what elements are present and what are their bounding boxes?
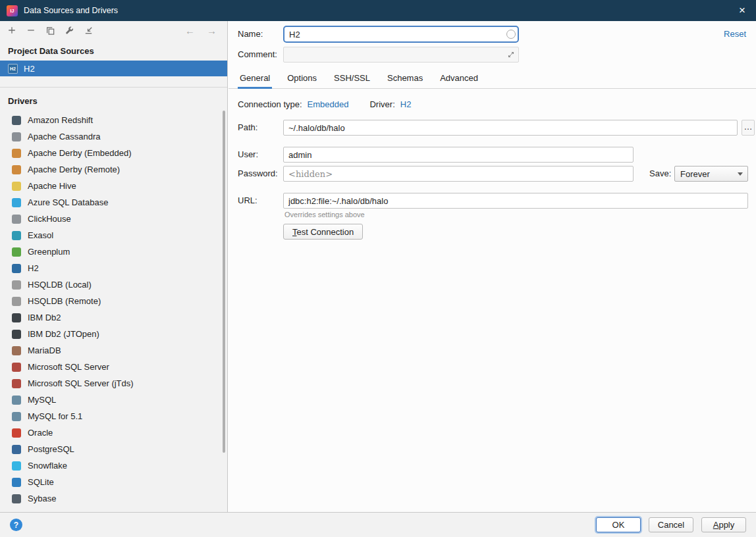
driver-item[interactable]: HSQLDB (Local) <box>0 276 227 293</box>
path-input[interactable] <box>283 120 738 136</box>
expand-icon[interactable] <box>507 51 515 61</box>
test-connection-button[interactable]: Test Connection <box>283 224 363 240</box>
title-bar: IJ Data Sources and Drivers × <box>0 0 756 21</box>
driver-properties-wrench-icon[interactable] <box>64 25 74 36</box>
driver-item[interactable]: Amazon Redshift <box>0 112 227 128</box>
driver-label: IBM Db2 <box>28 313 61 322</box>
chevron-down-icon <box>738 172 743 176</box>
driver-label: Oracle <box>28 428 53 438</box>
connection-type-value-link[interactable]: Embedded <box>308 99 349 109</box>
user-input[interactable] <box>283 147 634 163</box>
drivers-header: Drivers <box>0 88 227 112</box>
tab[interactable]: Advanced <box>431 68 487 88</box>
close-icon[interactable]: × <box>728 0 756 21</box>
driver-label: Apache Hive <box>28 181 76 191</box>
tab[interactable]: General <box>231 68 279 88</box>
driver-label: MySQL <box>28 395 56 405</box>
driver-item[interactable]: Azure SQL Database <box>0 194 227 211</box>
database-driver-icon <box>12 363 21 372</box>
driver-item[interactable]: H2 <box>0 260 227 276</box>
reset-link[interactable]: Reset <box>724 29 746 39</box>
user-label: User: <box>238 149 258 159</box>
project-data-sources-header: Project Data Sources <box>0 39 227 61</box>
driver-label: H2 <box>28 263 39 273</box>
driver-item[interactable]: Microsoft SQL Server <box>0 359 227 375</box>
spacer <box>354 99 364 109</box>
ok-button[interactable]: OK <box>596 517 641 532</box>
help-icon[interactable]: ? <box>10 519 22 531</box>
driver-item[interactable]: Sybase <box>0 490 227 507</box>
database-driver-icon <box>12 149 21 158</box>
driver-item[interactable]: Apache Cassandra <box>0 128 227 145</box>
driver-item[interactable]: Apache Derby (Remote) <box>0 161 227 178</box>
driver-item[interactable]: Apache Derby (Embedded) <box>0 145 227 161</box>
save-dropdown[interactable]: Forever <box>674 166 748 182</box>
driver-item[interactable]: IBM Db2 (JTOpen) <box>0 326 227 342</box>
driver-label: Amazon Redshift <box>28 115 93 125</box>
driver-item[interactable]: Apache Hive <box>0 178 227 194</box>
remove-icon[interactable] <box>26 25 36 36</box>
driver-item[interactable]: Oracle <box>0 424 227 441</box>
driver-field-label: Driver: <box>369 99 394 109</box>
main-panel: Name: Reset Comment: General Options SSH… <box>229 21 756 512</box>
name-label: Name: <box>238 29 263 39</box>
password-input[interactable] <box>283 166 634 182</box>
tab[interactable]: Schemas <box>379 68 431 88</box>
driver-label: Exasol <box>28 230 53 240</box>
url-hint-text: Overrides settings above <box>284 211 365 218</box>
driver-item[interactable]: HSQLDB (Remote) <box>0 293 227 309</box>
driver-item[interactable]: ClickHouse <box>0 211 227 227</box>
url-input[interactable] <box>283 193 748 209</box>
driver-label: ClickHouse <box>28 214 71 224</box>
driver-item[interactable]: Microsoft SQL Server (jTds) <box>0 375 227 392</box>
sidebar-scrollbar[interactable] <box>223 111 225 453</box>
name-input[interactable] <box>283 26 519 43</box>
drivers-list: Amazon Redshift Apache Cassandra Apache … <box>0 112 227 507</box>
driver-value-link[interactable]: H2 <box>400 99 412 109</box>
driver-label: Microsoft SQL Server <box>28 362 109 372</box>
comment-input[interactable] <box>283 47 519 63</box>
database-driver-icon <box>12 182 21 191</box>
database-driver-icon <box>12 445 21 454</box>
tab[interactable]: Options <box>279 68 325 88</box>
driver-item[interactable]: IBM Db2 <box>0 309 227 326</box>
loading-spinner-icon <box>506 30 516 39</box>
database-driver-icon <box>12 264 21 273</box>
tab[interactable]: SSH/SSL <box>325 68 379 88</box>
driver-item[interactable]: PostgreSQL <box>0 441 227 457</box>
driver-item[interactable]: Greenplum <box>0 243 227 260</box>
footer-bar: ? OK Cancel Apply <box>0 512 756 537</box>
add-icon[interactable] <box>7 25 17 36</box>
duplicate-icon[interactable] <box>45 25 55 36</box>
forward-icon[interactable]: → <box>207 25 217 36</box>
driver-label: HSQLDB (Local) <box>28 280 92 290</box>
driver-item[interactable]: MariaDB <box>0 342 227 359</box>
database-driver-icon <box>12 461 21 471</box>
browse-button[interactable]: … <box>742 120 755 136</box>
driver-label: Azure SQL Database <box>28 197 108 207</box>
database-driver-icon <box>12 412 21 421</box>
driver-item[interactable]: MySQL for 5.1 <box>0 408 227 424</box>
database-driver-icon <box>12 396 21 405</box>
import-icon[interactable] <box>83 25 94 36</box>
driver-item[interactable]: Exasol <box>0 227 227 243</box>
password-label: Password: <box>238 168 278 178</box>
cancel-button[interactable]: Cancel <box>649 517 693 532</box>
database-driver-icon <box>12 247 21 257</box>
path-label: Path: <box>238 122 257 132</box>
driver-label: Apache Derby (Embedded) <box>28 148 132 158</box>
driver-item[interactable]: SQLite <box>0 474 227 490</box>
database-driver-icon <box>12 379 21 388</box>
back-icon[interactable]: ← <box>185 25 195 36</box>
driver-item[interactable]: Snowflake <box>0 457 227 474</box>
driver-item[interactable]: MySQL <box>0 392 227 408</box>
dialog-buttons: OK Cancel Apply <box>596 517 746 532</box>
save-label: Save: <box>649 168 671 178</box>
sidebar-toolbar: ← → <box>0 21 227 39</box>
database-driver-icon <box>12 428 21 438</box>
apply-button[interactable]: Apply <box>701 517 746 532</box>
driver-label: Greenplum <box>28 247 70 257</box>
data-source-item-h2[interactable]: H2 H2 <box>0 61 227 76</box>
driver-label: MariaDB <box>28 345 61 355</box>
database-driver-icon <box>12 494 21 503</box>
